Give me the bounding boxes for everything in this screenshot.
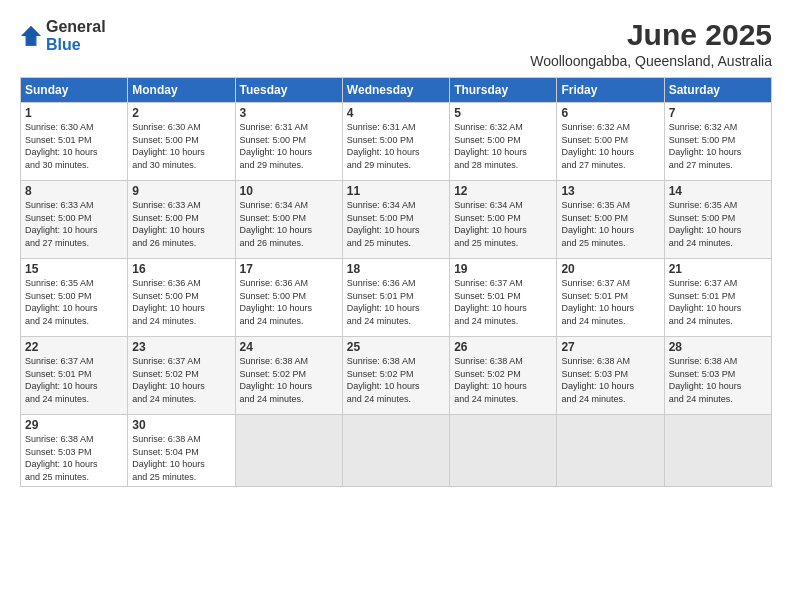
table-row: 25Sunrise: 6:38 AM Sunset: 5:02 PM Dayli…	[342, 337, 449, 415]
table-row: 15Sunrise: 6:35 AM Sunset: 5:00 PM Dayli…	[21, 259, 128, 337]
table-row: 7Sunrise: 6:32 AM Sunset: 5:00 PM Daylig…	[664, 103, 771, 181]
calendar-header-row: Sunday Monday Tuesday Wednesday Thursday…	[21, 78, 772, 103]
day-number: 8	[25, 184, 123, 198]
day-info: Sunrise: 6:33 AM Sunset: 5:00 PM Dayligh…	[25, 199, 123, 249]
logo-general: General	[46, 18, 106, 35]
day-number: 18	[347, 262, 445, 276]
day-number: 11	[347, 184, 445, 198]
table-row: 30Sunrise: 6:38 AM Sunset: 5:04 PM Dayli…	[128, 415, 235, 487]
col-thursday: Thursday	[450, 78, 557, 103]
day-number: 20	[561, 262, 659, 276]
day-number: 7	[669, 106, 767, 120]
day-info: Sunrise: 6:38 AM Sunset: 5:02 PM Dayligh…	[347, 355, 445, 405]
day-info: Sunrise: 6:34 AM Sunset: 5:00 PM Dayligh…	[454, 199, 552, 249]
day-info: Sunrise: 6:31 AM Sunset: 5:00 PM Dayligh…	[347, 121, 445, 171]
table-row: 2Sunrise: 6:30 AM Sunset: 5:00 PM Daylig…	[128, 103, 235, 181]
svg-marker-1	[21, 26, 41, 45]
day-info: Sunrise: 6:33 AM Sunset: 5:00 PM Dayligh…	[132, 199, 230, 249]
title-block: June 2025 Woolloongabba, Queensland, Aus…	[530, 18, 772, 69]
logo-icon	[20, 25, 42, 47]
day-info: Sunrise: 6:30 AM Sunset: 5:01 PM Dayligh…	[25, 121, 123, 171]
day-number: 25	[347, 340, 445, 354]
logo-blue: Blue	[46, 36, 81, 53]
day-number: 3	[240, 106, 338, 120]
day-number: 23	[132, 340, 230, 354]
day-info: Sunrise: 6:34 AM Sunset: 5:00 PM Dayligh…	[347, 199, 445, 249]
table-row: 14Sunrise: 6:35 AM Sunset: 5:00 PM Dayli…	[664, 181, 771, 259]
day-number: 30	[132, 418, 230, 432]
day-info: Sunrise: 6:35 AM Sunset: 5:00 PM Dayligh…	[669, 199, 767, 249]
day-info: Sunrise: 6:32 AM Sunset: 5:00 PM Dayligh…	[454, 121, 552, 171]
table-row: 23Sunrise: 6:37 AM Sunset: 5:02 PM Dayli…	[128, 337, 235, 415]
col-saturday: Saturday	[664, 78, 771, 103]
day-number: 16	[132, 262, 230, 276]
day-number: 12	[454, 184, 552, 198]
page: General Blue June 2025 Woolloongabba, Qu…	[0, 0, 792, 612]
table-row	[342, 415, 449, 487]
table-row: 8Sunrise: 6:33 AM Sunset: 5:00 PM Daylig…	[21, 181, 128, 259]
header: General Blue June 2025 Woolloongabba, Qu…	[20, 18, 772, 69]
day-info: Sunrise: 6:30 AM Sunset: 5:00 PM Dayligh…	[132, 121, 230, 171]
day-number: 15	[25, 262, 123, 276]
day-info: Sunrise: 6:38 AM Sunset: 5:03 PM Dayligh…	[561, 355, 659, 405]
day-info: Sunrise: 6:38 AM Sunset: 5:03 PM Dayligh…	[669, 355, 767, 405]
table-row: 18Sunrise: 6:36 AM Sunset: 5:01 PM Dayli…	[342, 259, 449, 337]
table-row: 10Sunrise: 6:34 AM Sunset: 5:00 PM Dayli…	[235, 181, 342, 259]
day-number: 29	[25, 418, 123, 432]
day-number: 21	[669, 262, 767, 276]
day-number: 1	[25, 106, 123, 120]
location-title: Woolloongabba, Queensland, Australia	[530, 53, 772, 69]
table-row: 16Sunrise: 6:36 AM Sunset: 5:00 PM Dayli…	[128, 259, 235, 337]
table-row: 1Sunrise: 6:30 AM Sunset: 5:01 PM Daylig…	[21, 103, 128, 181]
table-row: 29Sunrise: 6:38 AM Sunset: 5:03 PM Dayli…	[21, 415, 128, 487]
day-number: 27	[561, 340, 659, 354]
day-number: 14	[669, 184, 767, 198]
day-info: Sunrise: 6:36 AM Sunset: 5:01 PM Dayligh…	[347, 277, 445, 327]
day-number: 4	[347, 106, 445, 120]
day-info: Sunrise: 6:32 AM Sunset: 5:00 PM Dayligh…	[561, 121, 659, 171]
table-row	[557, 415, 664, 487]
table-row: 5Sunrise: 6:32 AM Sunset: 5:00 PM Daylig…	[450, 103, 557, 181]
day-info: Sunrise: 6:37 AM Sunset: 5:01 PM Dayligh…	[454, 277, 552, 327]
day-info: Sunrise: 6:37 AM Sunset: 5:01 PM Dayligh…	[561, 277, 659, 327]
table-row: 22Sunrise: 6:37 AM Sunset: 5:01 PM Dayli…	[21, 337, 128, 415]
day-info: Sunrise: 6:35 AM Sunset: 5:00 PM Dayligh…	[25, 277, 123, 327]
day-info: Sunrise: 6:34 AM Sunset: 5:00 PM Dayligh…	[240, 199, 338, 249]
month-title: June 2025	[530, 18, 772, 51]
table-row: 12Sunrise: 6:34 AM Sunset: 5:00 PM Dayli…	[450, 181, 557, 259]
day-number: 26	[454, 340, 552, 354]
day-number: 17	[240, 262, 338, 276]
calendar: Sunday Monday Tuesday Wednesday Thursday…	[20, 77, 772, 487]
day-number: 19	[454, 262, 552, 276]
day-info: Sunrise: 6:31 AM Sunset: 5:00 PM Dayligh…	[240, 121, 338, 171]
day-info: Sunrise: 6:36 AM Sunset: 5:00 PM Dayligh…	[240, 277, 338, 327]
table-row: 3Sunrise: 6:31 AM Sunset: 5:00 PM Daylig…	[235, 103, 342, 181]
col-wednesday: Wednesday	[342, 78, 449, 103]
day-number: 28	[669, 340, 767, 354]
day-number: 13	[561, 184, 659, 198]
table-row: 28Sunrise: 6:38 AM Sunset: 5:03 PM Dayli…	[664, 337, 771, 415]
day-number: 10	[240, 184, 338, 198]
day-number: 5	[454, 106, 552, 120]
logo: General Blue	[20, 18, 106, 54]
col-tuesday: Tuesday	[235, 78, 342, 103]
table-row: 17Sunrise: 6:36 AM Sunset: 5:00 PM Dayli…	[235, 259, 342, 337]
day-number: 22	[25, 340, 123, 354]
table-row: 20Sunrise: 6:37 AM Sunset: 5:01 PM Dayli…	[557, 259, 664, 337]
day-info: Sunrise: 6:32 AM Sunset: 5:00 PM Dayligh…	[669, 121, 767, 171]
day-info: Sunrise: 6:36 AM Sunset: 5:00 PM Dayligh…	[132, 277, 230, 327]
table-row: 19Sunrise: 6:37 AM Sunset: 5:01 PM Dayli…	[450, 259, 557, 337]
table-row: 27Sunrise: 6:38 AM Sunset: 5:03 PM Dayli…	[557, 337, 664, 415]
day-info: Sunrise: 6:37 AM Sunset: 5:01 PM Dayligh…	[25, 355, 123, 405]
day-info: Sunrise: 6:37 AM Sunset: 5:02 PM Dayligh…	[132, 355, 230, 405]
table-row: 21Sunrise: 6:37 AM Sunset: 5:01 PM Dayli…	[664, 259, 771, 337]
day-info: Sunrise: 6:38 AM Sunset: 5:03 PM Dayligh…	[25, 433, 123, 483]
day-info: Sunrise: 6:38 AM Sunset: 5:02 PM Dayligh…	[240, 355, 338, 405]
table-row	[664, 415, 771, 487]
day-info: Sunrise: 6:38 AM Sunset: 5:04 PM Dayligh…	[132, 433, 230, 483]
table-row	[235, 415, 342, 487]
day-number: 9	[132, 184, 230, 198]
col-friday: Friday	[557, 78, 664, 103]
day-info: Sunrise: 6:35 AM Sunset: 5:00 PM Dayligh…	[561, 199, 659, 249]
col-sunday: Sunday	[21, 78, 128, 103]
